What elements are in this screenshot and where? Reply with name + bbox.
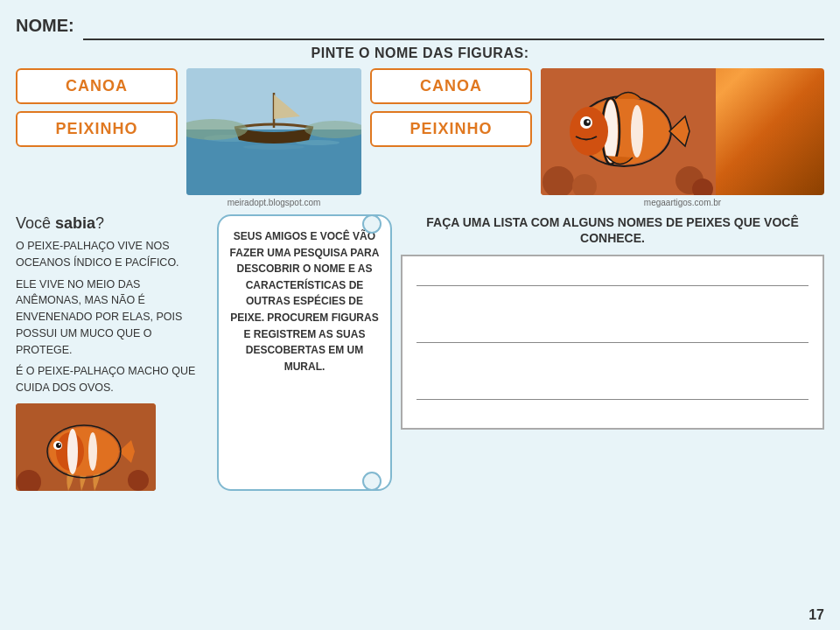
question-mark: ?	[95, 214, 104, 232]
scroll-box: SEUS AMIGOS E VOCÊ VÃO FAZER UMA PESQUIS…	[217, 214, 392, 491]
left-word-peixinho: PEIXINHO	[16, 111, 178, 147]
svg-point-24	[128, 470, 149, 491]
svg-point-28	[88, 432, 97, 471]
sabia-label: sabia	[55, 214, 95, 232]
sabia-paragraph-3: É O PEIXE-PALHAÇO MACHO QUE CUIDA DOS OV…	[16, 363, 208, 396]
lista-title: FAÇA UMA LISTA COM ALGUNS NOMES DE PEIXE…	[401, 214, 824, 246]
svg-point-31	[59, 444, 60, 445]
right-word-cards: CANOA PEIXINHO	[370, 68, 532, 207]
page: NOME: PINTE O NOME DAS FIGURAS: CANOA PE…	[0, 0, 840, 630]
svg-point-4	[243, 144, 304, 150]
center-image-section: meiradopt.blogspot.com	[186, 68, 361, 207]
right-image-section: megaartigos.com.br	[541, 68, 824, 207]
svg-point-30	[56, 443, 61, 448]
svg-point-15	[631, 105, 643, 158]
scroll-curl-top	[362, 214, 382, 234]
right-word-canoa: CANOA	[370, 68, 532, 104]
sabia-paragraph-2: ELE VIVE NO MEIO DAS ANÊMONAS, MAS NÃO É…	[16, 276, 208, 359]
svg-point-27	[67, 429, 78, 474]
svg-point-18	[570, 107, 608, 156]
lista-line-1	[416, 284, 808, 286]
lista-line-2	[416, 341, 808, 343]
boat-image	[186, 68, 361, 195]
voce-sabia-heading: Você sabia?	[16, 214, 208, 233]
nome-label: NOME:	[16, 16, 74, 36]
sabia-paragraph-1: O PEIXE-PALHAÇO VIVE NOS OCEANOS ÍNDICO …	[16, 238, 208, 271]
svg-point-21	[587, 121, 590, 123]
sabia-section: Você sabia? O PEIXE-PALHAÇO VIVE NOS OCE…	[16, 214, 208, 491]
clownfish-image-bottom	[16, 403, 156, 491]
clownfish-image-top	[541, 68, 824, 195]
pinte-title: PINTE O NOME DAS FIGURAS:	[16, 46, 824, 61]
right-image-caption: megaartigos.com.br	[644, 198, 721, 207]
left-word-cards: CANOA PEIXINHO	[16, 68, 178, 207]
page-number: 17	[808, 607, 824, 623]
scroll-curl-bottom	[362, 472, 382, 491]
voce-label: Você	[16, 214, 55, 232]
left-word-canoa: CANOA	[16, 68, 178, 104]
middle-section: CANOA PEIXINHO	[16, 68, 824, 207]
lista-section: FAÇA UMA LISTA COM ALGUNS NOMES DE PEIXE…	[401, 214, 824, 491]
lista-box[interactable]	[401, 255, 824, 430]
scroll-text: SEUS AMIGOS E VOCÊ VÃO FAZER UMA PESQUIS…	[229, 228, 380, 374]
center-image-caption: meiradopt.blogspot.com	[228, 198, 321, 207]
bottom-section: Você sabia? O PEIXE-PALHAÇO VIVE NOS OCE…	[16, 214, 824, 491]
right-word-peixinho: PEIXINHO	[370, 111, 532, 147]
nome-underline-input[interactable]	[83, 16, 824, 40]
nome-section: NOME:	[16, 12, 824, 40]
lista-line-3	[416, 398, 808, 400]
